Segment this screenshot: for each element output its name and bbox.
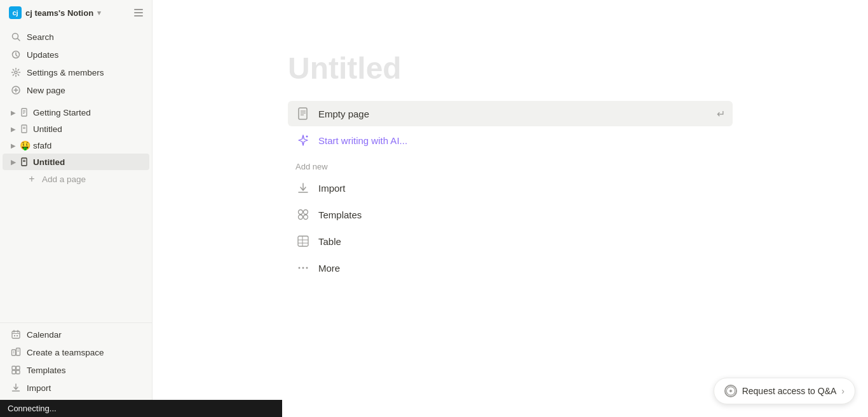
workspace-chevron-icon: ▾ <box>97 9 101 17</box>
import-label: Import <box>27 383 51 393</box>
svg-rect-27 <box>17 348 20 356</box>
svg-point-6 <box>15 71 17 74</box>
sidebar-item-create-teamspace[interactable]: Create a teamspace <box>3 343 149 361</box>
status-bar: Connecting... <box>0 400 282 417</box>
sidebar-item-calendar[interactable]: Calendar <box>3 326 149 343</box>
page-chevron-icon: ▶ <box>8 159 19 166</box>
more-icon <box>295 260 311 275</box>
svg-rect-41 <box>299 108 307 119</box>
emoji-icon: 🤑 <box>19 140 31 151</box>
sidebar-item-import[interactable]: Import <box>3 379 149 397</box>
collapse-sidebar-button[interactable] <box>130 4 147 21</box>
sidebar-item-search[interactable]: Search <box>3 28 149 46</box>
search-icon <box>10 31 22 43</box>
new-page-label: New page <box>27 86 65 95</box>
enter-icon: ↵ <box>717 108 725 120</box>
svg-rect-2 <box>134 15 143 17</box>
create-teamspace-label: Create a teamspace <box>27 348 104 357</box>
sidebar-item-new-page[interactable]: New page <box>3 81 149 99</box>
page-title: Untitled <box>288 51 402 86</box>
workspace-avatar: cj <box>9 6 22 19</box>
svg-point-49 <box>304 210 308 215</box>
ai-writing-label: Start writing with AI... <box>318 135 407 146</box>
status-text: Connecting... <box>8 404 57 413</box>
page-chevron-icon: ▶ <box>8 142 19 149</box>
main-content: Untitled Empty page ↵ <box>153 0 868 417</box>
add-icon: + <box>27 173 37 185</box>
svg-rect-35 <box>17 371 20 374</box>
import-icon <box>10 382 22 394</box>
templates-label: Templates <box>318 209 362 220</box>
svg-point-50 <box>299 215 303 220</box>
page-label: Getting Started <box>33 108 91 117</box>
svg-point-56 <box>299 267 301 269</box>
table-option[interactable]: Table <box>288 228 733 254</box>
svg-point-45 <box>306 136 308 138</box>
import-icon <box>295 180 311 195</box>
teamspace-icon <box>10 347 22 358</box>
more-label: More <box>318 263 340 274</box>
page-chevron-icon: ▶ <box>8 126 19 133</box>
svg-rect-0 <box>134 9 143 10</box>
sidebar-page-untitled-2[interactable]: ▶ Untitled <box>3 154 149 170</box>
ai-writing-option[interactable]: Start writing with AI... <box>288 128 733 153</box>
sidebar-header: cj cj teams's Notion ▾ <box>0 0 152 25</box>
svg-line-4 <box>18 39 20 41</box>
request-access-button[interactable]: Request access to Q&A › <box>714 378 855 404</box>
svg-point-57 <box>302 267 304 269</box>
sidebar-page-sfafd[interactable]: ▶ 🤑 sfafd <box>3 137 149 154</box>
chevron-right-icon: › <box>841 386 844 396</box>
settings-label: Settings & members <box>27 68 104 77</box>
templates-option[interactable]: Templates <box>288 202 733 227</box>
templates-label: Templates <box>27 366 66 375</box>
svg-rect-1 <box>134 12 143 13</box>
sidebar-item-templates[interactable]: Templates <box>3 361 149 379</box>
calendar-label: Calendar <box>27 330 62 340</box>
search-label: Search <box>27 32 54 42</box>
content-area: Untitled Empty page ↵ <box>153 0 868 417</box>
add-page-button[interactable]: + Add a page <box>3 170 149 188</box>
add-new-label: Add new <box>288 154 733 174</box>
ai-sparkle-icon <box>295 133 311 148</box>
templates-icon <box>10 364 22 376</box>
sidebar: cj cj teams's Notion ▾ Search <box>0 0 153 417</box>
doc-icon <box>19 107 31 118</box>
import-label: Import <box>318 183 346 194</box>
sidebar-item-settings[interactable]: Settings & members <box>3 63 149 81</box>
doc-icon <box>19 123 31 135</box>
updates-label: Updates <box>27 50 58 60</box>
add-page-label: Add a page <box>42 175 86 184</box>
sidebar-pages: ▶ Getting Started ▶ Untitl <box>0 102 152 317</box>
svg-rect-25 <box>17 335 18 336</box>
sidebar-page-untitled-1[interactable]: ▶ Untitled <box>3 121 149 137</box>
svg-point-51 <box>304 215 308 220</box>
import-option[interactable]: Import <box>288 175 733 201</box>
empty-page-option[interactable]: Empty page ↵ <box>288 101 733 126</box>
svg-rect-20 <box>12 331 20 338</box>
more-option[interactable]: More <box>288 255 733 281</box>
doc-icon <box>295 106 311 121</box>
svg-rect-33 <box>17 366 20 370</box>
svg-rect-34 <box>12 371 16 374</box>
svg-rect-52 <box>298 236 308 246</box>
updates-icon <box>10 49 22 60</box>
calendar-icon <box>10 329 22 340</box>
templates-icon <box>295 207 311 222</box>
request-access-label: Request access to Q&A <box>742 386 837 396</box>
svg-point-48 <box>299 210 303 215</box>
page-label: Untitled <box>33 157 65 167</box>
settings-icon <box>10 67 22 78</box>
page-label: Untitled <box>33 124 62 134</box>
table-label: Table <box>318 236 341 247</box>
table-icon <box>295 234 311 249</box>
workspace-name-label: cj teams's Notion <box>25 8 93 18</box>
sidebar-nav: Search Updates Settings & members <box>0 25 152 102</box>
page-label: sfafd <box>33 141 51 150</box>
workspace-switcher[interactable]: cj cj teams's Notion ▾ <box>5 4 105 22</box>
new-page-icon <box>10 84 22 96</box>
svg-point-58 <box>306 267 308 269</box>
sidebar-page-getting-started[interactable]: ▶ Getting Started <box>3 104 149 121</box>
options-container: Empty page ↵ Start writing with AI... Ad… <box>288 101 733 281</box>
sidebar-item-updates[interactable]: Updates <box>3 46 149 63</box>
svg-point-60 <box>729 390 731 392</box>
